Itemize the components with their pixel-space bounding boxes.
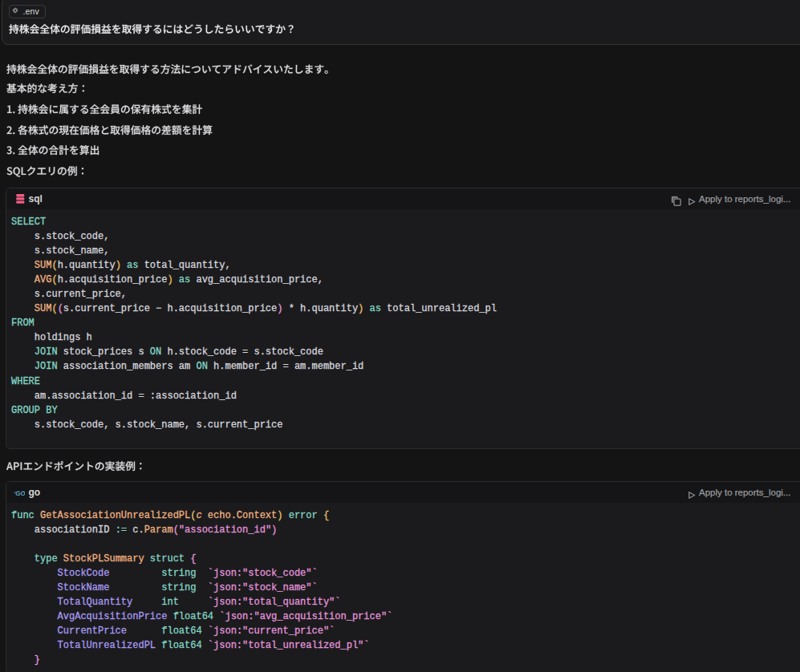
svg-text:GO: GO bbox=[15, 489, 25, 496]
